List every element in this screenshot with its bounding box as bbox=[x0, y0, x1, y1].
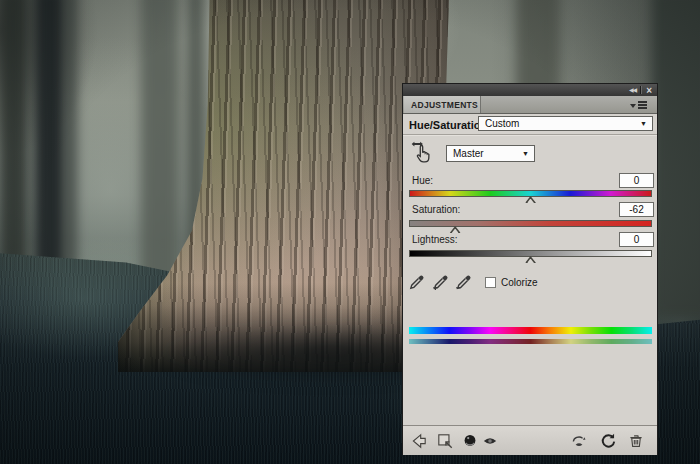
adjustment-title: Hue/Saturation bbox=[409, 119, 487, 131]
lightness-label: Lightness: bbox=[412, 234, 458, 245]
toggle-visibility-eye-icon[interactable] bbox=[481, 432, 499, 450]
saturation-handle-row bbox=[409, 226, 652, 234]
menu-triangle-icon bbox=[630, 104, 636, 111]
delete-adjustment-trash-icon[interactable] bbox=[627, 432, 645, 450]
hue-spectrum-bar-original bbox=[409, 327, 652, 334]
preset-value: Custom bbox=[485, 118, 519, 129]
eyedropper-add-icon[interactable] bbox=[432, 273, 450, 291]
hue-spectrum-bar-adjusted bbox=[409, 339, 652, 344]
adjustments-panel: ◀◀ × ADJUSTMENTS Hue/Saturation Custom ▼… bbox=[402, 83, 658, 455]
panel-tab-strip: ADJUSTMENTS bbox=[403, 96, 657, 114]
channel-dropdown[interactable]: Master ▼ bbox=[446, 145, 535, 162]
colorize-label: Colorize bbox=[501, 277, 538, 288]
panel-menu-icon[interactable] bbox=[630, 99, 654, 111]
collapse-to-icons-icon[interactable]: ◀◀ bbox=[625, 84, 640, 96]
panel-titlebar: ◀◀ × bbox=[403, 84, 657, 96]
tab-adjustments[interactable]: ADJUSTMENTS bbox=[404, 96, 481, 113]
saturation-label: Saturation: bbox=[412, 204, 460, 215]
eyedropper-subtract-icon[interactable] bbox=[455, 273, 473, 291]
lightness-handle-row bbox=[409, 256, 652, 264]
saturation-value-input[interactable]: -62 bbox=[619, 202, 654, 217]
menu-lines-icon bbox=[638, 104, 647, 106]
screenshot-root: ◀◀ × ADJUSTMENTS Hue/Saturation Custom ▼… bbox=[0, 0, 700, 464]
chevron-down-icon: ▼ bbox=[522, 145, 529, 160]
eyedropper-sample-icon[interactable] bbox=[408, 273, 426, 291]
hue-slider-handle[interactable] bbox=[525, 196, 536, 203]
hue-handle-row bbox=[409, 196, 652, 204]
hue-label: Hue: bbox=[412, 175, 433, 186]
view-previous-state-icon[interactable] bbox=[570, 432, 588, 450]
return-to-adjustment-list-icon[interactable] bbox=[410, 432, 428, 450]
targeted-adjustment-tool-icon[interactable] bbox=[409, 140, 433, 164]
lightness-value-input[interactable]: 0 bbox=[619, 232, 654, 247]
chevron-down-icon: ▼ bbox=[640, 116, 647, 129]
colorize-checkbox[interactable] bbox=[485, 277, 496, 288]
reset-adjustment-icon[interactable] bbox=[599, 432, 617, 450]
channel-value: Master bbox=[453, 148, 484, 159]
section-divider bbox=[403, 134, 657, 135]
lightness-slider-handle[interactable] bbox=[525, 256, 536, 263]
panel-bottom-toolbar bbox=[403, 425, 657, 455]
saturation-slider-handle[interactable] bbox=[450, 226, 461, 233]
adjustment-ball-icon[interactable] bbox=[461, 432, 479, 450]
hue-value-input[interactable]: 0 bbox=[619, 173, 654, 188]
preset-dropdown[interactable]: Custom ▼ bbox=[478, 116, 653, 131]
close-icon[interactable]: × bbox=[641, 85, 657, 96]
clip-to-layer-icon[interactable] bbox=[436, 432, 454, 450]
